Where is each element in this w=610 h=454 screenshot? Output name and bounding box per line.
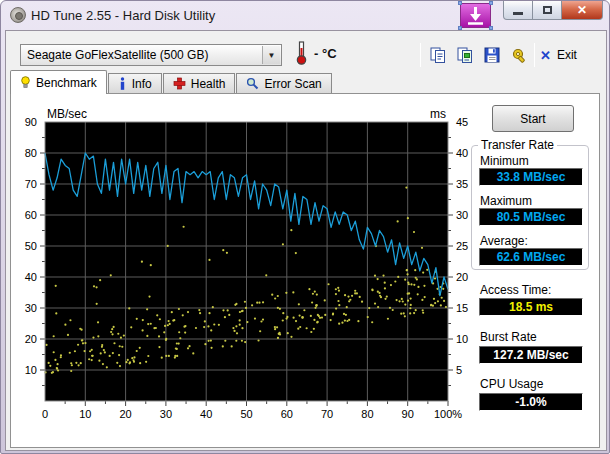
titlebar[interactable]: HD Tune 2.55 - Hard Disk Utility ✕ xyxy=(1,1,609,30)
burst-rate-label: Burst Rate xyxy=(480,330,537,344)
svg-text:90: 90 xyxy=(402,408,414,420)
down-arrow-icon xyxy=(461,4,490,27)
svg-text:45: 45 xyxy=(456,116,468,128)
hd-tune-app-icon xyxy=(10,7,26,23)
close-icon: ✕ xyxy=(577,3,587,17)
chevron-down-icon[interactable]: ▼ xyxy=(262,46,280,64)
maximize-button[interactable] xyxy=(533,1,561,20)
info-icon xyxy=(118,77,127,90)
transfer-rate-legend: Transfer Rate xyxy=(478,138,557,152)
save-icon xyxy=(483,46,501,64)
svg-text:100%: 100% xyxy=(434,408,462,420)
drive-select-combobox[interactable]: Seagate GoFlexSatellite (500 GB) ▼ xyxy=(20,44,282,66)
window-title: HD Tune 2.55 - Hard Disk Utility xyxy=(31,1,215,30)
minimum-value: 33.8 MB/sec xyxy=(479,168,583,186)
benchmark-page: MB/secms90807060504030201045403530252015… xyxy=(10,93,600,448)
start-label: Start xyxy=(520,112,545,126)
copy-text-button[interactable] xyxy=(426,43,450,67)
tab-health[interactable]: Health xyxy=(163,73,236,93)
window-controls: ✕ xyxy=(503,1,603,20)
svg-text:ms: ms xyxy=(430,107,446,121)
tab-label: Benchmark xyxy=(36,76,97,90)
svg-text:60: 60 xyxy=(281,408,293,420)
tab-label: Info xyxy=(132,77,152,91)
svg-text:30: 30 xyxy=(25,302,37,314)
hd-tune-window: HD Tune 2.55 - Hard Disk Utility ✕ Seaga… xyxy=(0,0,610,454)
svg-text:20: 20 xyxy=(456,271,468,283)
client-area: Seagate GoFlexSatellite (500 GB) ▼ - °C xyxy=(5,30,607,451)
svg-text:80: 80 xyxy=(361,408,373,420)
selection-handle xyxy=(458,1,462,5)
svg-text:50: 50 xyxy=(240,408,252,420)
burst-rate-value: 127.2 MB/sec xyxy=(479,346,583,364)
close-button[interactable]: ✕ xyxy=(561,1,603,20)
exit-label: Exit xyxy=(557,48,577,62)
svg-text:80: 80 xyxy=(25,147,37,159)
tab-bar: Benchmark Info Health xyxy=(10,70,333,94)
benchmark-chart: MB/secms90807060504030201045403530252015… xyxy=(21,107,488,423)
svg-text:35: 35 xyxy=(456,178,468,190)
options-button[interactable] xyxy=(507,43,531,67)
tab-label: Error Scan xyxy=(264,77,321,91)
svg-text:MB/sec: MB/sec xyxy=(47,107,87,121)
magnifier-icon xyxy=(246,77,259,90)
svg-text:90: 90 xyxy=(25,116,37,128)
selection-handle xyxy=(489,1,493,5)
average-label: Average: xyxy=(480,234,528,248)
tab-benchmark[interactable]: Benchmark xyxy=(10,70,107,94)
access-time-value: 18.5 ms xyxy=(479,298,583,316)
download-overlay-icon[interactable] xyxy=(460,3,491,28)
tab-info[interactable]: Info xyxy=(108,73,162,93)
minimum-label: Minimum xyxy=(480,154,529,168)
svg-text:10: 10 xyxy=(79,408,91,420)
svg-text:10: 10 xyxy=(25,364,37,376)
copy-screenshot-button[interactable] xyxy=(453,43,477,67)
svg-text:40: 40 xyxy=(25,271,37,283)
copy-image-icon xyxy=(456,46,474,64)
svg-text:30: 30 xyxy=(456,209,468,221)
svg-text:20: 20 xyxy=(25,333,37,345)
maximum-label: Maximum xyxy=(480,194,532,208)
exit-button[interactable]: ✕ Exit xyxy=(540,43,577,67)
save-screenshot-button[interactable] xyxy=(480,43,504,67)
maximize-icon xyxy=(543,6,552,14)
svg-text:40: 40 xyxy=(456,147,468,159)
svg-text:5: 5 xyxy=(456,364,462,376)
average-value: 62.6 MB/sec xyxy=(479,248,583,266)
svg-text:70: 70 xyxy=(321,408,333,420)
svg-text:30: 30 xyxy=(160,408,172,420)
toolbar-separator xyxy=(534,43,535,67)
thermometer-icon xyxy=(295,40,309,70)
svg-text:20: 20 xyxy=(119,408,131,420)
svg-text:25: 25 xyxy=(456,240,468,252)
temperature-readout: - °C xyxy=(314,46,337,61)
svg-text:10: 10 xyxy=(456,333,468,345)
toolbar-separator xyxy=(420,43,421,67)
svg-text:70: 70 xyxy=(25,178,37,190)
maximum-value: 80.5 MB/sec xyxy=(479,208,583,226)
svg-text:50: 50 xyxy=(25,240,37,252)
minimize-icon xyxy=(513,12,523,15)
options-icon xyxy=(510,46,528,64)
start-button[interactable]: Start xyxy=(492,105,574,132)
svg-text:60: 60 xyxy=(25,209,37,221)
health-cross-icon xyxy=(173,77,186,90)
tab-error-scan[interactable]: Error Scan xyxy=(236,73,331,93)
cpu-usage-label: CPU Usage xyxy=(480,377,543,391)
svg-text:15: 15 xyxy=(456,302,468,314)
lightbulb-icon xyxy=(20,76,31,89)
copy-icon xyxy=(429,46,447,64)
drive-select-value: Seagate GoFlexSatellite (500 GB) xyxy=(27,48,208,62)
exit-x-icon: ✕ xyxy=(540,48,551,63)
cpu-usage-value: -1.0% xyxy=(479,393,583,411)
minimize-button[interactable] xyxy=(503,1,533,20)
access-time-label: Access Time: xyxy=(480,283,551,297)
svg-text:0: 0 xyxy=(42,408,48,420)
svg-text:40: 40 xyxy=(200,408,212,420)
tab-label: Health xyxy=(191,77,226,91)
